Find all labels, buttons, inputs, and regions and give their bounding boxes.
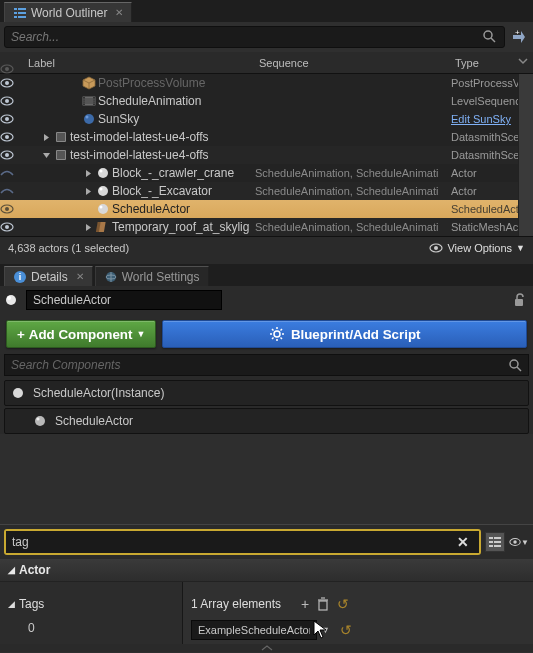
column-sequence[interactable]: Sequence (255, 57, 451, 69)
blueprint-script-button[interactable]: Blueprint/Add Script (162, 320, 527, 348)
visibility-toggle[interactable] (0, 78, 24, 88)
actor-icon (4, 293, 18, 307)
outliner-row[interactable]: ScheduleAnimationLevelSequence (0, 92, 533, 110)
svg-point-56 (6, 295, 16, 305)
svg-point-43 (98, 204, 108, 214)
svg-point-44 (100, 206, 103, 209)
lock-icon[interactable] (513, 293, 529, 307)
expand-toggle[interactable] (82, 169, 94, 178)
tag-value-input[interactable] (191, 620, 317, 640)
outliner-row[interactable]: test-imodel-latest-ue4-offsDatasmithScen (0, 146, 533, 164)
svg-point-19 (83, 98, 84, 99)
property-table: ◢ Tags 0 1 Array elements + ↺ (0, 582, 533, 644)
panel-resize-handle[interactable] (0, 644, 533, 652)
outliner-row[interactable]: Block_-_ExcavatorScheduleAnimation, Sche… (0, 182, 533, 200)
tags-property-row[interactable]: ◢ Tags (0, 592, 182, 616)
svg-point-80 (513, 540, 516, 543)
details-search-input[interactable] (12, 535, 453, 549)
expand-toggle[interactable] (40, 133, 52, 142)
add-actor-button[interactable]: + (509, 27, 529, 47)
component-root-label: ScheduleActor(Instance) (33, 386, 164, 400)
reset-to-default-button[interactable]: ↺ (340, 622, 352, 638)
tab-close-icon[interactable]: ✕ (76, 271, 84, 282)
expand-arrow-icon: ◢ (8, 599, 15, 609)
tab-details[interactable]: i Details ✕ (4, 266, 93, 286)
outliner-search-input[interactable] (11, 30, 482, 44)
visibility-toggle[interactable] (0, 168, 24, 178)
svg-point-38 (100, 170, 103, 173)
row-type: DatasmithScen (451, 149, 533, 161)
component-icon (11, 386, 25, 400)
view-options-button[interactable]: View Options ▼ (429, 242, 525, 254)
svg-rect-78 (494, 545, 501, 547)
outliner-row[interactable]: test-imodel-latest-ue4-offsDatasmithScen (0, 128, 533, 146)
search-components-input[interactable] (11, 358, 508, 372)
clear-search-button[interactable]: ✕ (453, 534, 473, 550)
outliner-row[interactable]: ScheduleActorScheduledActo (0, 200, 533, 218)
outliner-tab-label: World Outliner (31, 6, 107, 20)
outliner-row[interactable]: SunSkyEdit SunSky (0, 110, 533, 128)
svg-point-23 (93, 100, 94, 101)
outliner-search-row: + (0, 22, 533, 52)
svg-rect-74 (494, 537, 501, 539)
expand-toggle[interactable] (82, 187, 94, 196)
visibility-toggle[interactable] (0, 222, 24, 232)
chevron-down-icon: ▼ (516, 243, 525, 253)
outliner-row[interactable]: Temporary_roof_at_skyligScheduleAnimatio… (0, 218, 533, 236)
outliner-search-box[interactable] (4, 26, 505, 48)
svg-text:i: i (19, 272, 22, 282)
array-add-button[interactable]: + (301, 596, 309, 612)
visibility-toggle[interactable] (0, 150, 24, 160)
tab-world-settings[interactable]: World Settings (95, 266, 209, 286)
svg-point-72 (37, 418, 40, 421)
tab-close-icon[interactable]: ✕ (115, 7, 123, 18)
visibility-toggle[interactable] (0, 186, 24, 196)
tags-array-index-row[interactable]: 0 (0, 616, 182, 640)
row-type-link[interactable]: Edit SunSky (451, 113, 533, 125)
tab-world-outliner[interactable]: World Outliner ✕ (4, 2, 132, 22)
row-sequence: ScheduleAnimation, ScheduleAnimati (255, 185, 451, 197)
outliner-tab-icon (13, 6, 27, 20)
chevron-down-icon: ▼ (136, 329, 145, 339)
search-components-box[interactable] (4, 354, 529, 376)
tags-array-header-row: 1 Array elements + ↺ (183, 592, 533, 616)
add-component-label: Add Component (29, 327, 133, 342)
array-clear-button[interactable] (317, 597, 329, 611)
row-type: ScheduledActo (451, 203, 533, 215)
outliner-row[interactable]: PostProcessVolumePostProcessVc (0, 74, 533, 92)
column-options-icon[interactable] (517, 55, 529, 67)
section-actor-header[interactable]: ◢ Actor (0, 559, 533, 582)
actor-name-input[interactable] (26, 290, 222, 310)
visibility-toggle[interactable] (0, 132, 24, 142)
visibility-toggle[interactable] (0, 114, 24, 124)
row-sequence: ScheduleAnimation, ScheduleAnimati (255, 221, 451, 233)
property-visibility-button[interactable]: ▼ (509, 532, 529, 552)
svg-point-11 (5, 67, 9, 71)
visibility-toggle[interactable] (0, 96, 24, 106)
expand-toggle[interactable] (82, 223, 94, 232)
svg-point-15 (5, 99, 9, 103)
svg-rect-4 (14, 16, 17, 18)
svg-point-20 (83, 100, 84, 101)
visibility-toggle[interactable] (0, 204, 24, 214)
outliner-tab-bar: World Outliner ✕ (0, 0, 533, 22)
property-matrix-button[interactable] (485, 532, 505, 552)
details-search-row: ✕ ▼ (0, 524, 533, 559)
element-options-button[interactable]: ▼ (321, 625, 330, 635)
component-child-row[interactable]: ScheduleActor (5, 411, 528, 431)
expand-toggle[interactable] (40, 151, 52, 160)
world-settings-tab-label: World Settings (122, 270, 200, 284)
sphere-icon (96, 166, 110, 180)
svg-rect-76 (494, 541, 501, 543)
svg-line-69 (517, 367, 521, 371)
component-root-row[interactable]: ScheduleActor(Instance) (5, 383, 528, 403)
details-search-box[interactable]: ✕ (6, 531, 479, 553)
column-label[interactable]: Label (24, 57, 255, 69)
svg-line-67 (280, 329, 282, 331)
outliner-row[interactable]: Block_-_crawler_craneScheduleAnimation, … (0, 164, 533, 182)
add-component-button[interactable]: + Add Component ▼ (6, 320, 156, 348)
reset-to-default-button[interactable]: ↺ (337, 596, 349, 612)
details-tab-label: Details (31, 270, 68, 284)
row-type: DatasmithScen (451, 131, 533, 143)
gear-icon (269, 326, 285, 342)
